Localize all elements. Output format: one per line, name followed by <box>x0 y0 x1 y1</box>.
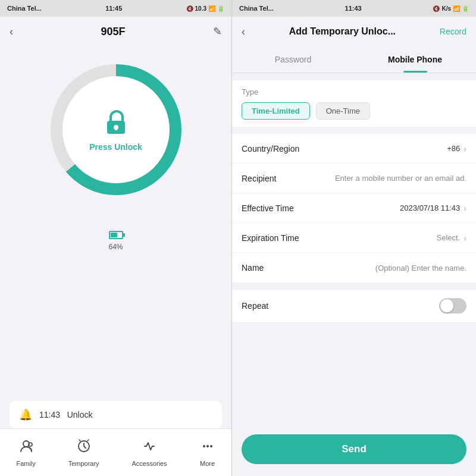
carrier-left: China Tel... <box>7 5 42 12</box>
effective-time-label: Effective Time <box>242 203 313 213</box>
country-value: +86 <box>313 144 460 153</box>
lock-icon <box>101 108 131 137</box>
notification-action: Unlock <box>67 410 93 419</box>
unlock-circle-outer[interactable]: Press Unlock <box>51 64 181 195</box>
right-header: ‹ Add Temporary Unloc... Record <box>232 17 476 46</box>
type-time-limited[interactable]: Time-Limited <box>242 102 310 120</box>
carrier-right: China Tel... <box>239 5 274 12</box>
tab-password[interactable]: Password <box>232 46 354 73</box>
time-right: 11:43 <box>345 5 362 12</box>
right-header-title: Add Temporary Unloc... <box>245 26 440 37</box>
temporary-icon <box>76 439 92 458</box>
more-icon <box>200 439 215 458</box>
data-icon: K/s <box>441 5 451 12</box>
tab-mobile-phone[interactable]: Mobile Phone <box>354 46 476 73</box>
nav-accessories[interactable]: Accessories <box>131 439 167 467</box>
field-effective-time[interactable]: Effective Time 2023/07/18 11:43 › <box>232 193 476 223</box>
edit-button[interactable]: ✎ <box>213 25 222 38</box>
status-icons-right: 🔇 K/s 📶 🔋 <box>433 5 469 12</box>
nav-more[interactable]: More <box>200 439 215 467</box>
bottom-nav: Family Temporary Accessories <box>0 428 231 476</box>
recipient-label: Recipient <box>242 174 313 183</box>
bell-icon: 🔔 <box>19 408 32 421</box>
nav-accessories-label: Accessories <box>131 460 167 467</box>
type-label: Type <box>242 87 466 96</box>
signal-icon: 🔇 <box>186 5 193 12</box>
field-recipient[interactable]: Recipient Enter a mobile number or an em… <box>232 164 476 193</box>
fields-group: Country/Region +86 › Recipient Enter a m… <box>232 134 476 283</box>
left-phone: China Tel... 11:45 🔇 10.3 📶 🔋 ‹ 905F ✎ <box>0 0 232 476</box>
svg-point-8 <box>210 445 212 447</box>
send-section: Send <box>232 422 476 476</box>
nav-family-label: Family <box>16 460 35 467</box>
name-placeholder[interactable]: (Optional) Enter the name. <box>313 264 466 273</box>
notification-text: 11:43 Unlock <box>39 410 93 419</box>
battery-percentage: 64% <box>108 243 123 251</box>
field-country[interactable]: Country/Region +86 › <box>232 134 476 164</box>
notification-bar: 🔔 11:43 Unlock <box>10 401 222 428</box>
send-button[interactable]: Send <box>242 434 466 464</box>
accessories-icon <box>142 439 157 458</box>
tab-mobile-phone-label: Mobile Phone <box>388 55 442 64</box>
type-one-time[interactable]: One-Time <box>316 102 370 120</box>
type-buttons: Time-Limited One-Time <box>242 102 466 120</box>
right-phone: China Tel... 11:43 🔇 K/s 📶 🔋 ‹ Add Tempo… <box>232 0 476 476</box>
repeat-group: Repeat <box>232 290 476 322</box>
battery-icon-right: 🔋 <box>462 5 469 12</box>
status-bar-left: China Tel... 11:45 🔇 10.3 📶 🔋 <box>0 0 231 17</box>
tabs-row: Password Mobile Phone <box>232 46 476 73</box>
wifi-icon: 📶 <box>208 5 215 12</box>
nav-family[interactable]: Family <box>16 439 35 467</box>
tab-password-label: Password <box>275 55 311 64</box>
svg-point-6 <box>203 445 205 447</box>
unlock-circle-inner[interactable]: Press Unlock <box>62 76 170 183</box>
device-name: 905F <box>101 26 125 38</box>
expiration-time-label: Expiration Time <box>242 233 313 243</box>
press-unlock-label[interactable]: Press Unlock <box>89 142 142 152</box>
left-header: ‹ 905F ✎ <box>0 17 231 46</box>
repeat-toggle[interactable] <box>439 298 466 314</box>
svg-rect-2 <box>115 127 117 130</box>
wifi-icon-right: 📶 <box>453 5 460 12</box>
network-icon: 10.3 <box>195 5 206 12</box>
battery-status-icon: 🔋 <box>217 5 224 12</box>
mute-icon: 🔇 <box>433 5 440 12</box>
chevron-country: › <box>464 144 466 154</box>
nav-temporary[interactable]: Temporary <box>68 439 99 467</box>
expiration-time-value: Select. <box>313 233 460 242</box>
type-section: Type Time-Limited One-Time <box>232 80 476 127</box>
field-expiration-time[interactable]: Expiration Time Select. › <box>232 223 476 253</box>
chevron-expiration: › <box>464 233 466 243</box>
form-content: Type Time-Limited One-Time Country/Regio… <box>232 73 476 422</box>
nav-temporary-label: Temporary <box>68 460 99 467</box>
notification-time: 11:43 <box>39 410 60 419</box>
back-button-left[interactable]: ‹ <box>10 26 13 38</box>
record-button[interactable]: Record <box>440 27 466 36</box>
field-name[interactable]: Name (Optional) Enter the name. <box>232 253 476 283</box>
time-left: 11:45 <box>105 5 122 12</box>
chevron-effective: › <box>464 203 466 213</box>
repeat-label: Repeat <box>242 301 439 311</box>
battery-section: 64% <box>108 231 123 251</box>
left-main-content: Press Unlock 64% <box>0 46 231 389</box>
battery-icon <box>109 231 123 239</box>
effective-time-value: 2023/07/18 11:43 <box>313 203 460 212</box>
country-label: Country/Region <box>242 144 313 154</box>
recipient-placeholder[interactable]: Enter a mobile number or an email ad. <box>313 174 466 183</box>
svg-point-7 <box>206 445 209 447</box>
battery-fill <box>111 233 118 237</box>
name-label: Name <box>242 263 313 273</box>
status-bar-right: China Tel... 11:43 🔇 K/s 📶 🔋 <box>232 0 476 17</box>
repeat-row: Repeat <box>232 290 476 322</box>
family-icon <box>18 439 34 458</box>
nav-more-label: More <box>200 460 215 467</box>
status-icons-left: 🔇 10.3 📶 🔋 <box>186 5 224 12</box>
